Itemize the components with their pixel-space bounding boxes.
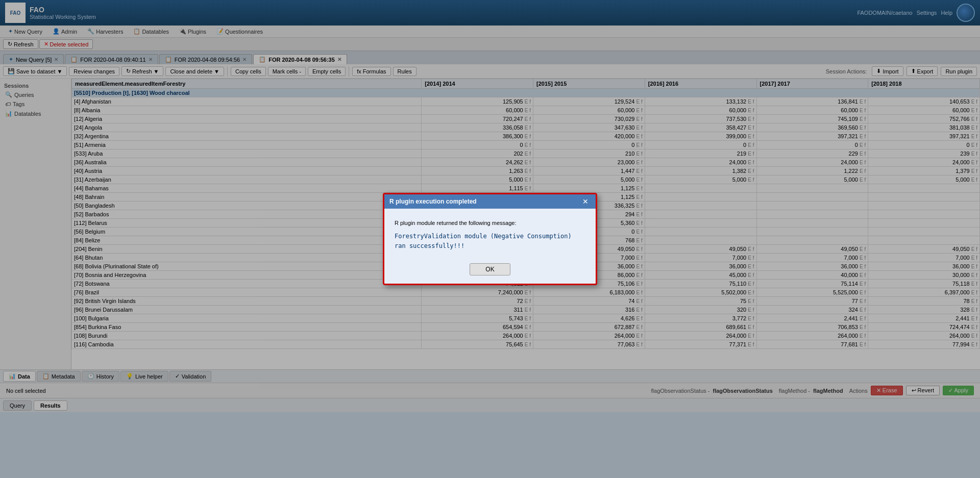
modal-close-button[interactable]: ✕ (580, 197, 591, 206)
modal-code: ForestryValidation module (Negative Cons… (395, 232, 585, 251)
modal-title: R plugin execution completed (389, 198, 477, 205)
modal-message: R plugin module returned the following m… (395, 219, 585, 228)
modal-dialog: R plugin execution completed ✕ R plugin … (383, 193, 597, 286)
modal-header: R plugin execution completed ✕ (384, 194, 596, 209)
modal-overlay: R plugin execution completed ✕ R plugin … (0, 0, 980, 478)
modal-footer: OK (384, 259, 596, 284)
modal-ok-button[interactable]: OK (470, 263, 510, 275)
modal-body: R plugin module returned the following m… (384, 209, 596, 260)
